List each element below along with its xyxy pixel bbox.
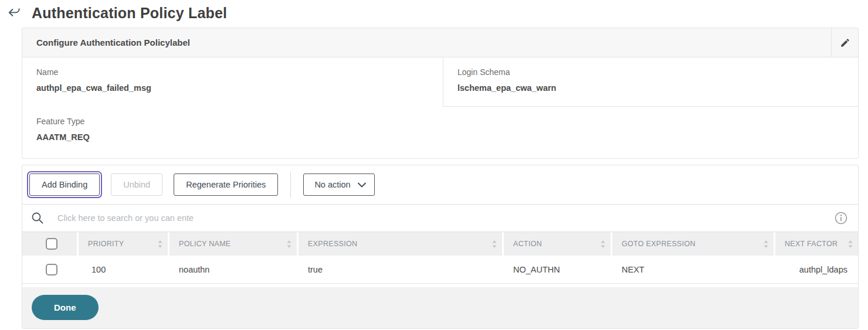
bindings-panel: Add Binding Unbind Regenerate Priorities… [22,165,859,329]
column-header-priority[interactable]: PRIORITY [79,232,168,256]
column-label: NEXT FACTOR [785,240,838,248]
search-icon [30,211,45,225]
field-feature-type-value: AAATM_REQ [36,132,429,142]
field-login-schema-value: lschema_epa_cwa_warn [457,83,844,93]
back-button[interactable] [6,5,22,22]
sort-icon[interactable] [601,240,605,248]
sort-icon[interactable] [764,240,768,248]
page-header: Authentication Policy Label [0,0,868,28]
column-header-policy-name[interactable]: POLICY NAME [169,232,297,256]
field-name-label: Name [36,67,429,77]
search-bar [22,205,858,232]
config-panel-title: Configure Authentication Policylabel [22,38,831,47]
info-icon[interactable] [835,212,847,224]
field-feature-type-label: Feature Type [36,117,429,126]
done-button[interactable]: Done [32,295,99,320]
config-fields: Name authpl_epa_cwa_failed_msg Login Sch… [22,57,858,158]
page-title: Authentication Policy Label [32,5,227,22]
field-feature-type: Feature Type AAATM_REQ [22,107,443,158]
config-panel-header: Configure Authentication Policylabel [22,28,858,57]
toolbar-divider [290,172,291,198]
chevron-down-icon [358,182,366,188]
action-dropdown-label: No action [314,181,350,189]
row-select-cell [22,264,77,275]
panel-footer: Done [22,287,858,328]
select-all-cell [22,232,77,256]
back-arrow-icon [6,6,22,21]
select-all-checkbox[interactable] [46,238,57,250]
table-row[interactable]: 100 noauthn true NO_AUTHN NEXT authpl_ld… [22,256,858,284]
cell-priority: 100 [79,265,168,274]
edit-button[interactable] [831,28,858,57]
cell-policy-name: noauthn [169,265,297,274]
cell-goto-expression: NEXT [612,265,774,274]
add-binding-button[interactable]: Add Binding [29,173,100,196]
column-header-expression[interactable]: EXPRESSION [299,232,502,256]
search-input[interactable] [57,213,822,223]
field-login-schema: Login Schema lschema_epa_cwa_warn [443,57,858,107]
field-login-schema-label: Login Schema [457,67,844,77]
pencil-icon [840,38,850,48]
bindings-toolbar: Add Binding Unbind Regenerate Priorities… [22,165,858,205]
column-label: EXPRESSION [308,240,357,248]
field-name: Name authpl_epa_cwa_failed_msg [22,57,443,107]
table-header: PRIORITY POLICY NAME EXPRESSION ACTION G… [22,232,858,256]
cell-next-factor: authpl_ldaps [775,265,858,274]
column-label: POLICY NAME [179,240,231,248]
column-label: PRIORITY [88,240,124,248]
field-name-value: authpl_epa_cwa_failed_msg [36,83,429,93]
column-label: GOTO EXPRESSION [622,240,696,248]
sort-icon[interactable] [287,240,291,248]
unbind-button[interactable]: Unbind [111,173,162,196]
sort-icon[interactable] [492,240,497,248]
column-label: ACTION [513,240,542,248]
config-panel: Configure Authentication Policylabel Nam… [22,28,859,159]
column-header-goto-expression[interactable]: GOTO EXPRESSION [612,232,774,256]
sort-icon[interactable] [848,240,853,248]
column-header-next-factor[interactable]: NEXT FACTOR [775,232,858,256]
regenerate-priorities-button[interactable]: Regenerate Priorities [174,173,278,196]
row-checkbox[interactable] [46,264,57,275]
action-dropdown[interactable]: No action [303,173,374,196]
empty-cell [443,107,858,158]
cell-action: NO_AUTHN [504,265,611,274]
sort-icon[interactable] [158,240,162,248]
cell-expression: true [299,265,502,274]
column-header-action[interactable]: ACTION [504,232,611,256]
